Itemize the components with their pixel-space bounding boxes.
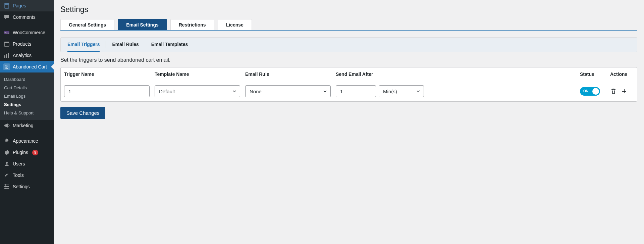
sub-tabs: Email Triggers Email Rules Email Templat… xyxy=(60,37,637,52)
sidebar-label: Products xyxy=(13,41,31,47)
svg-rect-5 xyxy=(4,42,9,43)
sidebar-item-pages[interactable]: Pages xyxy=(0,0,54,11)
sidebar-item-woocommerce[interactable]: Woo WooCommerce xyxy=(0,27,54,38)
admin-sidebar: Pages Comments Woo WooCommerce Products … xyxy=(0,0,54,244)
svg-rect-6 xyxy=(4,55,5,58)
elex-icon: ELEx xyxy=(3,63,10,70)
products-icon xyxy=(3,41,10,47)
sidebar-item-tools[interactable]: Tools xyxy=(0,169,54,181)
pages-icon xyxy=(3,2,10,9)
svg-point-17 xyxy=(5,184,6,186)
email-rule-select[interactable]: None xyxy=(245,85,331,97)
section-description: Set the triggers to send abandoned cart … xyxy=(60,57,637,63)
tab-license[interactable]: License xyxy=(218,19,252,30)
sidebar-item-abandoned-cart[interactable]: ELEx Abandoned Cart xyxy=(0,61,54,72)
page-title: Settings xyxy=(60,5,637,14)
table-row: Default None Min(s) xyxy=(61,81,637,101)
divider xyxy=(106,41,106,48)
svg-point-13 xyxy=(6,162,8,164)
svg-text:EL: EL xyxy=(5,65,8,67)
sidebar-label: Analytics xyxy=(13,53,32,58)
col-send-after: Send Email After xyxy=(336,71,433,77)
users-icon xyxy=(3,160,10,167)
svg-text:Ex: Ex xyxy=(5,67,8,69)
add-icon[interactable] xyxy=(621,88,628,95)
sidebar-item-users[interactable]: Users xyxy=(0,158,54,169)
svg-point-18 xyxy=(7,186,8,187)
marketing-icon xyxy=(3,122,10,129)
send-after-value-input[interactable] xyxy=(336,85,376,97)
tab-restrictions[interactable]: Restrictions xyxy=(170,19,214,30)
sidebar-item-plugins[interactable]: Plugins 9 xyxy=(0,147,54,158)
submenu-item-settings[interactable]: Settings xyxy=(0,100,54,109)
tab-general-settings[interactable]: General Settings xyxy=(60,19,114,30)
subtab-email-templates[interactable]: Email Templates xyxy=(151,38,188,52)
sidebar-label: Appearance xyxy=(13,138,38,144)
sidebar-item-marketing[interactable]: Marketing xyxy=(0,120,54,131)
main-tabs: General Settings Email Settings Restrict… xyxy=(60,19,637,31)
svg-rect-1 xyxy=(5,3,9,5)
sidebar-label: Abandoned Cart xyxy=(13,64,47,69)
submenu-item-cart-details[interactable]: Cart Details xyxy=(0,84,54,92)
sidebar-label: Marketing xyxy=(13,123,33,128)
template-name-select[interactable]: Default xyxy=(155,85,240,97)
sidebar-item-settings[interactable]: Settings xyxy=(0,181,54,192)
settings-icon xyxy=(3,183,10,190)
svg-rect-9 xyxy=(3,63,10,70)
tools-icon xyxy=(3,172,10,179)
status-toggle[interactable]: ON xyxy=(580,87,600,96)
col-actions: Actions xyxy=(610,71,634,77)
main-content: Settings General Settings Email Settings… xyxy=(54,0,644,244)
sidebar-submenu: Dashboard Cart Details Email Logs Settin… xyxy=(0,72,54,120)
save-changes-button[interactable]: Save Changes xyxy=(60,107,105,119)
sidebar-item-appearance[interactable]: Appearance xyxy=(0,135,54,147)
svg-rect-7 xyxy=(6,54,7,58)
plugins-badge: 9 xyxy=(32,150,38,155)
delete-icon[interactable] xyxy=(610,88,617,95)
sidebar-label: Settings xyxy=(13,184,30,189)
sidebar-label: WooCommerce xyxy=(13,30,45,35)
sidebar-item-analytics[interactable]: Analytics xyxy=(0,50,54,61)
sidebar-label: Users xyxy=(13,161,25,166)
sidebar-label: Tools xyxy=(13,173,24,178)
toggle-knob xyxy=(592,88,599,95)
analytics-icon xyxy=(3,52,10,59)
submenu-item-help-support[interactable]: Help & Support xyxy=(0,109,54,117)
sidebar-item-products[interactable]: Products xyxy=(0,38,54,50)
send-after-unit-select[interactable]: Min(s) xyxy=(379,85,424,97)
tab-email-settings[interactable]: Email Settings xyxy=(118,19,167,30)
divider xyxy=(145,41,145,48)
sidebar-label: Comments xyxy=(13,14,36,20)
submenu-item-email-logs[interactable]: Email Logs xyxy=(0,92,54,100)
sidebar-label: Plugins xyxy=(13,150,28,155)
subtab-email-rules[interactable]: Email Rules xyxy=(112,38,139,52)
submenu-item-dashboard[interactable]: Dashboard xyxy=(0,75,54,84)
col-trigger-name: Trigger Name xyxy=(64,71,155,77)
woo-icon: Woo xyxy=(3,29,10,36)
toggle-label: ON xyxy=(583,89,588,93)
table-header: Trigger Name Template Name Email Rule Se… xyxy=(61,67,637,81)
col-status: Status xyxy=(580,71,610,77)
svg-text:Woo: Woo xyxy=(5,32,9,34)
appearance-icon xyxy=(3,138,10,144)
col-template-name: Template Name xyxy=(155,71,245,77)
subtab-email-triggers[interactable]: Email Triggers xyxy=(67,38,100,52)
sidebar-item-comments[interactable]: Comments xyxy=(0,11,54,23)
col-email-rule: Email Rule xyxy=(245,71,336,77)
comments-icon xyxy=(3,14,10,20)
plugins-icon xyxy=(3,149,10,156)
trigger-table: Trigger Name Template Name Email Rule Se… xyxy=(60,67,637,102)
svg-point-19 xyxy=(5,188,6,189)
sidebar-label: Pages xyxy=(13,3,26,8)
trigger-name-input[interactable] xyxy=(64,85,150,97)
svg-rect-8 xyxy=(8,53,9,58)
